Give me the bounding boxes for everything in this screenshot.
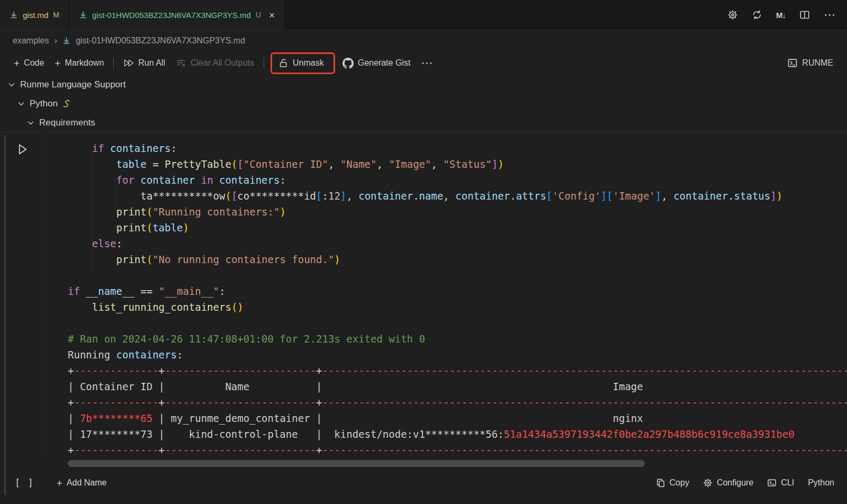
output-line: # Ran on 2024-04-26 11:47:08+01:00 for 2… [68, 331, 847, 347]
outline-section: Runme Language Support Python Requiremen… [0, 75, 847, 132]
code-line: ta**********ow([co*********id[:12], cont… [68, 188, 847, 204]
outline-label: Python [30, 98, 58, 109]
run-cell-button[interactable] [16, 142, 29, 156]
annotation-red-box: Unmask [271, 52, 335, 74]
tab-label: gist-01HWD053BZ23JN6VA7X3NGP3YS.md [92, 11, 251, 20]
code-line: if containers: [68, 140, 847, 156]
notebook-cell: if containers: table = PrettyTable(["Con… [0, 132, 847, 504]
clear-all-label: Clear All Outputs [191, 58, 254, 68]
editor-lines[interactable]: if containers: table = PrettyTable(["Con… [68, 140, 847, 458]
chevron-down-icon [26, 119, 35, 127]
tab-gist-ulid-md[interactable]: gist-01HWD053BZ23JN6VA7X3NGP3YS.md U × [69, 0, 285, 30]
horizontal-scrollbar[interactable] [68, 460, 645, 467]
add-code-label: Code [24, 58, 44, 68]
code-line: list_running_containers() [68, 299, 847, 315]
output-line: | Container ID | Name | Image [68, 379, 847, 394]
copy-icon [656, 478, 665, 488]
output-line: +--------------+------------------------… [68, 363, 847, 379]
chevron-right-icon: › [54, 35, 57, 46]
tab-gist-md[interactable]: gist.md M [0, 0, 69, 30]
add-markdown-cell-button[interactable]: + Markdown [49, 55, 109, 71]
generate-gist-button[interactable]: Generate Gist [337, 55, 416, 72]
runme-file-icon [10, 11, 18, 19]
add-name-label: Add Name [67, 478, 107, 488]
clear-all-outputs-button[interactable]: Clear All Outputs [170, 55, 259, 71]
plus-icon: + [55, 58, 60, 68]
markdown-preview-icon[interactable]: M↓ [776, 11, 786, 20]
output-line: +--------------+------------------------… [68, 394, 847, 410]
editor-actions: M↓ ⋯ [727, 0, 847, 30]
runme-label: RUNME [802, 58, 833, 68]
outline-label: Requirements [39, 118, 95, 128]
clear-all-icon [176, 58, 186, 68]
output-line: Running containers: [68, 347, 847, 363]
cell-language-picker[interactable]: Python [808, 478, 834, 488]
configure-button[interactable]: Configure [703, 478, 753, 488]
copy-button[interactable]: Copy [656, 478, 689, 488]
code-line: if __name__ == "__main__": [68, 283, 847, 299]
add-code-cell-button[interactable]: + Code [8, 55, 49, 71]
kernel-picker[interactable]: [ ] [15, 478, 34, 488]
cli-label: CLI [781, 478, 794, 488]
outline-item-python[interactable]: Python [0, 94, 847, 113]
plus-icon: + [57, 478, 62, 488]
code-line: print("No running containers found.") [68, 251, 847, 267]
generate-gist-label: Generate Gist [358, 58, 411, 68]
unlock-icon [278, 58, 289, 68]
unmask-button[interactable]: Unmask [273, 55, 329, 71]
more-toolbar-actions-icon[interactable]: ⋯ [416, 54, 438, 72]
cell-focus-bar [4, 135, 6, 495]
toolbar-divider [264, 58, 264, 68]
breadcrumb-folder[interactable]: examples [13, 36, 49, 46]
cell-status-bar: [ ] + Add Name Copy Configure [0, 471, 847, 495]
git-status-badge: U [256, 11, 261, 19]
runme-file-icon [62, 37, 70, 44]
runme-file-icon [79, 11, 87, 19]
chevron-down-icon [7, 80, 16, 89]
code-line: table = PrettyTable(["Container ID", "Na… [68, 156, 847, 172]
tab-label: gist.md [23, 11, 48, 20]
code-line [68, 267, 847, 283]
python-snake-icon [62, 100, 71, 108]
outline-item-runme-language-support[interactable]: Runme Language Support [0, 75, 847, 94]
toolbar-divider [113, 58, 114, 68]
open-changes-icon[interactable] [752, 10, 762, 20]
cli-icon [767, 478, 777, 488]
output-line: | 17********73 | kind-control-plane | ki… [68, 426, 847, 442]
code-line: else: [68, 236, 847, 251]
split-editor-icon[interactable] [799, 10, 810, 20]
output-line: | 7b********65 | my_runme_demo_container… [68, 410, 847, 426]
git-status-badge: M [53, 11, 59, 19]
output-line: +--------------+------------------------… [68, 442, 847, 458]
breadcrumb-file[interactable]: gist-01HWD053BZ23JN6VA7X3NGP3YS.md [76, 36, 245, 46]
github-icon [343, 58, 354, 69]
cell-editor-border [47, 133, 47, 458]
configure-label: Configure [717, 478, 753, 488]
cli-button[interactable]: CLI [767, 478, 794, 488]
outline-item-requirements[interactable]: Requirements [0, 113, 847, 132]
blank-line [68, 315, 847, 331]
code-line: print("Running containers:") [68, 204, 847, 220]
add-markdown-label: Markdown [65, 58, 104, 68]
add-name-button[interactable]: + Add Name [57, 478, 107, 488]
tab-bar: gist.md M gist-01HWD053BZ23JN6VA7X3NGP3Y… [0, 0, 847, 30]
breadcrumb: examples › gist-01HWD053BZ23JN6VA7X3NGP3… [0, 30, 847, 51]
plus-icon: + [14, 58, 20, 68]
gear-icon[interactable] [727, 10, 738, 20]
close-icon[interactable]: × [269, 10, 275, 20]
code-line: for container in containers: [68, 172, 847, 188]
runme-brand: RUNME [787, 58, 847, 68]
cell-footer-right: Copy Configure CLI Python [656, 478, 847, 488]
run-all-label: Run All [138, 58, 165, 68]
run-all-icon [123, 58, 134, 68]
outline-label: Runme Language Support [20, 79, 125, 90]
unmask-label: Unmask [293, 58, 324, 68]
chevron-down-icon [17, 100, 25, 108]
code-line: print(table) [68, 220, 847, 236]
run-all-button[interactable]: Run All [118, 55, 170, 71]
gear-icon [703, 478, 713, 488]
runme-logo-icon [787, 58, 798, 68]
more-actions-icon[interactable]: ⋯ [824, 9, 835, 21]
copy-label: Copy [670, 478, 689, 488]
notebook-toolbar: + Code + Markdown Run All Clear All Outp… [0, 51, 847, 75]
